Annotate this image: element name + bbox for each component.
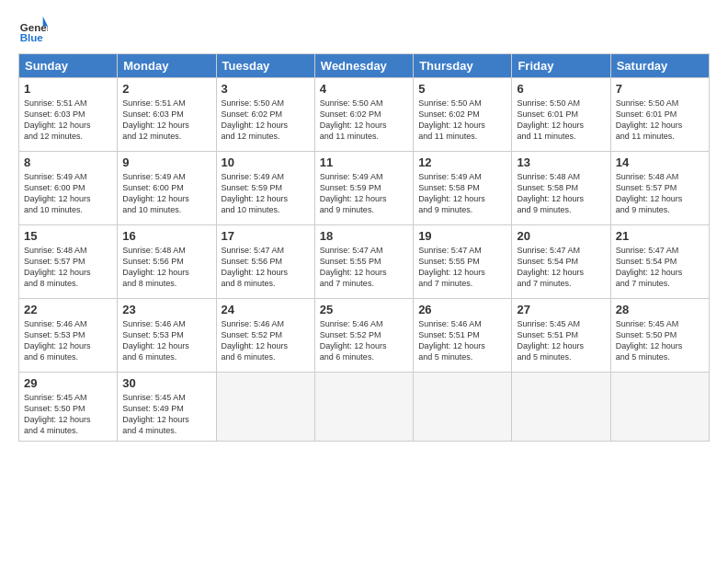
day-info: Sunrise: 5:45 AM Sunset: 5:51 PM Dayligh… xyxy=(517,318,605,363)
day-info: Sunrise: 5:47 AM Sunset: 5:55 PM Dayligh… xyxy=(320,245,408,290)
weekday-saturday: Saturday xyxy=(610,54,709,78)
svg-text:Blue: Blue xyxy=(20,32,44,43)
day-info: Sunrise: 5:49 AM Sunset: 6:00 PM Dayligh… xyxy=(24,171,112,216)
day-info: Sunrise: 5:47 AM Sunset: 5:54 PM Dayligh… xyxy=(616,245,704,290)
day-number: 28 xyxy=(616,303,704,316)
day-info: Sunrise: 5:45 AM Sunset: 5:50 PM Dayligh… xyxy=(24,392,112,437)
day-number: 16 xyxy=(122,229,210,243)
day-number: 19 xyxy=(418,229,506,243)
calendar-week-3: 15Sunrise: 5:48 AM Sunset: 5:57 PM Dayli… xyxy=(19,225,710,299)
day-number: 17 xyxy=(222,229,310,243)
calendar-cell: 28Sunrise: 5:45 AM Sunset: 5:50 PM Dayli… xyxy=(610,299,709,373)
weekday-thursday: Thursday xyxy=(414,54,512,78)
day-info: Sunrise: 5:49 AM Sunset: 5:59 PM Dayligh… xyxy=(222,171,310,216)
day-info: Sunrise: 5:46 AM Sunset: 5:51 PM Dayligh… xyxy=(418,318,506,363)
day-number: 29 xyxy=(24,376,112,390)
day-info: Sunrise: 5:50 AM Sunset: 6:01 PM Dayligh… xyxy=(616,98,704,143)
calendar-cell: 10Sunrise: 5:49 AM Sunset: 5:59 PM Dayli… xyxy=(216,152,314,225)
calendar-cell: 12Sunrise: 5:49 AM Sunset: 5:58 PM Dayli… xyxy=(414,152,512,225)
day-number: 8 xyxy=(24,155,112,169)
day-info: Sunrise: 5:51 AM Sunset: 6:03 PM Dayligh… xyxy=(122,98,210,143)
weekday-friday: Friday xyxy=(512,54,610,78)
day-info: Sunrise: 5:46 AM Sunset: 5:52 PM Dayligh… xyxy=(222,318,310,363)
calendar-cell: 3Sunrise: 5:50 AM Sunset: 6:02 PM Daylig… xyxy=(216,78,314,152)
calendar-body: 1Sunrise: 5:51 AM Sunset: 6:03 PM Daylig… xyxy=(19,78,710,442)
day-info: Sunrise: 5:45 AM Sunset: 5:50 PM Dayligh… xyxy=(616,318,704,363)
calendar-cell: 14Sunrise: 5:48 AM Sunset: 5:57 PM Dayli… xyxy=(610,152,709,225)
calendar-cell xyxy=(216,373,314,442)
day-info: Sunrise: 5:51 AM Sunset: 6:03 PM Dayligh… xyxy=(24,98,112,143)
calendar-table: SundayMondayTuesdayWednesdayThursdayFrid… xyxy=(18,53,710,442)
day-number: 14 xyxy=(616,155,704,169)
day-info: Sunrise: 5:47 AM Sunset: 5:54 PM Dayligh… xyxy=(517,245,605,290)
day-number: 4 xyxy=(320,82,408,96)
day-number: 5 xyxy=(418,82,506,96)
calendar-cell: 7Sunrise: 5:50 AM Sunset: 6:01 PM Daylig… xyxy=(610,78,709,152)
calendar-cell: 16Sunrise: 5:48 AM Sunset: 5:56 PM Dayli… xyxy=(118,225,216,299)
day-info: Sunrise: 5:46 AM Sunset: 5:53 PM Dayligh… xyxy=(24,318,112,363)
calendar-cell: 17Sunrise: 5:47 AM Sunset: 5:56 PM Dayli… xyxy=(216,225,314,299)
calendar-cell xyxy=(610,373,709,442)
day-number: 30 xyxy=(122,376,210,390)
day-number: 11 xyxy=(320,155,408,169)
calendar-cell: 24Sunrise: 5:46 AM Sunset: 5:52 PM Dayli… xyxy=(216,299,314,373)
day-number: 1 xyxy=(24,82,112,96)
calendar-cell: 2Sunrise: 5:51 AM Sunset: 6:03 PM Daylig… xyxy=(118,78,216,152)
calendar-cell: 20Sunrise: 5:47 AM Sunset: 5:54 PM Dayli… xyxy=(512,225,610,299)
day-info: Sunrise: 5:46 AM Sunset: 5:53 PM Dayligh… xyxy=(122,318,210,363)
calendar-cell: 25Sunrise: 5:46 AM Sunset: 5:52 PM Dayli… xyxy=(314,299,413,373)
calendar-cell: 1Sunrise: 5:51 AM Sunset: 6:03 PM Daylig… xyxy=(19,78,118,152)
day-info: Sunrise: 5:49 AM Sunset: 5:59 PM Dayligh… xyxy=(320,171,408,216)
day-info: Sunrise: 5:47 AM Sunset: 5:56 PM Dayligh… xyxy=(222,245,310,290)
calendar-cell xyxy=(512,373,610,442)
calendar-cell: 4Sunrise: 5:50 AM Sunset: 6:02 PM Daylig… xyxy=(314,78,413,152)
calendar-cell xyxy=(314,373,413,442)
day-info: Sunrise: 5:46 AM Sunset: 5:52 PM Dayligh… xyxy=(320,318,408,363)
day-number: 20 xyxy=(517,229,605,243)
day-number: 15 xyxy=(24,229,112,243)
day-number: 7 xyxy=(616,82,704,96)
calendar-cell: 27Sunrise: 5:45 AM Sunset: 5:51 PM Dayli… xyxy=(512,299,610,373)
calendar-week-4: 22Sunrise: 5:46 AM Sunset: 5:53 PM Dayli… xyxy=(19,299,710,373)
day-number: 24 xyxy=(222,303,310,316)
day-number: 23 xyxy=(122,303,210,316)
calendar-cell: 21Sunrise: 5:47 AM Sunset: 5:54 PM Dayli… xyxy=(610,225,709,299)
calendar-cell: 8Sunrise: 5:49 AM Sunset: 6:00 PM Daylig… xyxy=(19,152,118,225)
day-info: Sunrise: 5:49 AM Sunset: 6:00 PM Dayligh… xyxy=(122,171,210,216)
logo-icon: General Blue xyxy=(18,15,48,44)
calendar-cell: 6Sunrise: 5:50 AM Sunset: 6:01 PM Daylig… xyxy=(512,78,610,152)
day-number: 2 xyxy=(122,82,210,96)
calendar-cell: 23Sunrise: 5:46 AM Sunset: 5:53 PM Dayli… xyxy=(118,299,216,373)
calendar-week-2: 8Sunrise: 5:49 AM Sunset: 6:00 PM Daylig… xyxy=(19,152,710,225)
calendar-cell xyxy=(414,373,512,442)
day-number: 25 xyxy=(320,303,408,316)
weekday-wednesday: Wednesday xyxy=(314,54,413,78)
day-number: 13 xyxy=(517,155,605,169)
calendar-week-1: 1Sunrise: 5:51 AM Sunset: 6:03 PM Daylig… xyxy=(19,78,710,152)
weekday-header-row: SundayMondayTuesdayWednesdayThursdayFrid… xyxy=(19,54,710,78)
calendar-cell: 15Sunrise: 5:48 AM Sunset: 5:57 PM Dayli… xyxy=(19,225,118,299)
day-number: 22 xyxy=(24,303,112,316)
calendar-week-5: 29Sunrise: 5:45 AM Sunset: 5:50 PM Dayli… xyxy=(19,373,710,442)
calendar-cell: 19Sunrise: 5:47 AM Sunset: 5:55 PM Dayli… xyxy=(414,225,512,299)
day-number: 12 xyxy=(418,155,506,169)
day-number: 6 xyxy=(517,82,605,96)
day-info: Sunrise: 5:47 AM Sunset: 5:55 PM Dayligh… xyxy=(418,245,506,290)
page-header: General Blue xyxy=(18,15,710,44)
day-info: Sunrise: 5:49 AM Sunset: 5:58 PM Dayligh… xyxy=(418,171,506,216)
day-info: Sunrise: 5:48 AM Sunset: 5:58 PM Dayligh… xyxy=(517,171,605,216)
weekday-sunday: Sunday xyxy=(19,54,118,78)
day-number: 26 xyxy=(418,303,506,316)
day-number: 9 xyxy=(122,155,210,169)
calendar-cell: 5Sunrise: 5:50 AM Sunset: 6:02 PM Daylig… xyxy=(414,78,512,152)
day-info: Sunrise: 5:50 AM Sunset: 6:01 PM Dayligh… xyxy=(517,98,605,143)
calendar-cell: 30Sunrise: 5:45 AM Sunset: 5:49 PM Dayli… xyxy=(118,373,216,442)
calendar-cell: 26Sunrise: 5:46 AM Sunset: 5:51 PM Dayli… xyxy=(414,299,512,373)
day-info: Sunrise: 5:48 AM Sunset: 5:57 PM Dayligh… xyxy=(616,171,704,216)
logo: General Blue xyxy=(18,15,48,44)
calendar-cell: 18Sunrise: 5:47 AM Sunset: 5:55 PM Dayli… xyxy=(314,225,413,299)
day-info: Sunrise: 5:50 AM Sunset: 6:02 PM Dayligh… xyxy=(222,98,310,143)
day-info: Sunrise: 5:48 AM Sunset: 5:56 PM Dayligh… xyxy=(122,245,210,290)
day-number: 10 xyxy=(222,155,310,169)
day-info: Sunrise: 5:48 AM Sunset: 5:57 PM Dayligh… xyxy=(24,245,112,290)
